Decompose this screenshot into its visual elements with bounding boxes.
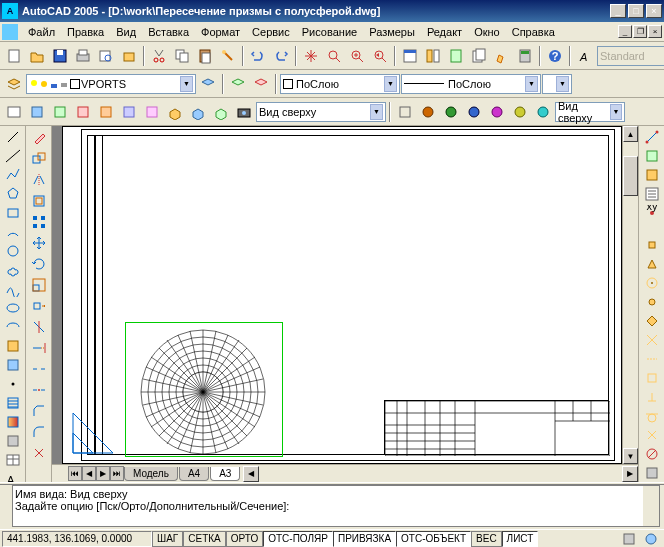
pan-button[interactable] bbox=[300, 45, 322, 67]
tab-last-button[interactable]: ⏭ bbox=[110, 466, 124, 481]
tab-a4[interactable]: A4 bbox=[179, 467, 209, 481]
vertical-scrollbar[interactable]: ▲ ▼ bbox=[622, 126, 638, 464]
paper-toggle[interactable]: ЛИСТ bbox=[502, 531, 539, 547]
shade-hidden-button[interactable] bbox=[440, 101, 462, 123]
hatch-button[interactable] bbox=[2, 394, 24, 412]
table-button[interactable] bbox=[2, 451, 24, 469]
text-style-combo[interactable]: Standard▼ bbox=[597, 46, 664, 66]
camera-button[interactable] bbox=[233, 101, 255, 123]
menu-window[interactable]: Окно bbox=[468, 24, 506, 40]
color-combo[interactable]: ПоСлою ▼ bbox=[280, 74, 400, 94]
osnap-near-button[interactable] bbox=[641, 426, 663, 444]
menu-tools[interactable]: Сервис bbox=[246, 24, 296, 40]
mdi-minimize-button[interactable]: _ bbox=[618, 25, 632, 38]
copy-button[interactable] bbox=[171, 45, 193, 67]
spline-button[interactable] bbox=[2, 280, 24, 298]
status-comm-icon[interactable] bbox=[640, 529, 662, 548]
zoom-realtime-button[interactable] bbox=[323, 45, 345, 67]
ortho-toggle[interactable]: ОРТО bbox=[226, 531, 263, 547]
match-button[interactable] bbox=[217, 45, 239, 67]
new-button[interactable] bbox=[3, 45, 25, 67]
osnap-ins-button[interactable] bbox=[641, 369, 663, 387]
lineweight-combo[interactable]: ▼ bbox=[542, 74, 572, 94]
make-block-button[interactable] bbox=[2, 356, 24, 374]
stretch-button[interactable] bbox=[28, 296, 50, 316]
otrack-toggle[interactable]: ОТС-ОБЪЕКТ bbox=[396, 531, 471, 547]
osnap-none-button[interactable] bbox=[641, 445, 663, 463]
gradient-button[interactable] bbox=[2, 413, 24, 431]
id-button[interactable]: xy bbox=[641, 204, 663, 222]
osnap-midpoint-button[interactable] bbox=[641, 255, 663, 273]
menu-edit[interactable]: Правка bbox=[61, 24, 110, 40]
view-se-iso-button[interactable] bbox=[187, 101, 209, 123]
maximize-button[interactable]: □ bbox=[628, 4, 644, 18]
zoom-window-button[interactable] bbox=[346, 45, 368, 67]
revcloud-button[interactable] bbox=[2, 261, 24, 279]
tab-model[interactable]: Модель bbox=[124, 467, 178, 481]
view-front-button[interactable] bbox=[118, 101, 140, 123]
view-bottom-button[interactable] bbox=[49, 101, 71, 123]
coords-panel[interactable]: 441.1983, 136.1069, 0.0000 bbox=[2, 531, 152, 547]
publish-button[interactable] bbox=[118, 45, 140, 67]
osnap-endpoint-button[interactable] bbox=[641, 236, 663, 254]
xline-button[interactable] bbox=[2, 147, 24, 165]
menu-dimension[interactable]: Размеры bbox=[363, 24, 421, 40]
view-ne-iso-button[interactable] bbox=[210, 101, 232, 123]
command-window[interactable]: Имя вида: Вид сверху Задайте опцию [Пск/… bbox=[12, 485, 660, 527]
osnap-center-button[interactable] bbox=[641, 274, 663, 292]
paste-button[interactable] bbox=[194, 45, 216, 67]
view-name-combo[interactable]: Вид сверху▼ bbox=[256, 102, 386, 122]
minimize-button[interactable]: _ bbox=[610, 4, 626, 18]
cut-button[interactable] bbox=[148, 45, 170, 67]
osnap-settings-button[interactable] bbox=[641, 464, 663, 482]
grid-toggle[interactable]: СЕТКА bbox=[183, 531, 226, 547]
mtext-button[interactable]: A bbox=[2, 470, 24, 482]
textstyle-icon[interactable]: A bbox=[574, 45, 596, 67]
explode-button[interactable] bbox=[28, 443, 50, 463]
list-button[interactable] bbox=[641, 185, 663, 203]
named-views-button[interactable] bbox=[3, 101, 25, 123]
menu-file[interactable]: Файл bbox=[22, 24, 61, 40]
array-button[interactable] bbox=[28, 212, 50, 232]
view-name-combo-right[interactable]: Вид сверху▼ bbox=[555, 102, 625, 122]
rotate-button[interactable] bbox=[28, 254, 50, 274]
view-sw-iso-button[interactable] bbox=[164, 101, 186, 123]
layer-states-button[interactable] bbox=[227, 73, 249, 95]
move-button[interactable] bbox=[28, 233, 50, 253]
osnap-quad-button[interactable] bbox=[641, 312, 663, 330]
undo-button[interactable] bbox=[247, 45, 269, 67]
polygon-button[interactable] bbox=[2, 185, 24, 203]
trim-button[interactable] bbox=[28, 317, 50, 337]
close-button[interactable]: × bbox=[646, 4, 662, 18]
insert-block-button[interactable] bbox=[2, 337, 24, 355]
region-button[interactable] bbox=[2, 432, 24, 450]
status-tray-icon[interactable] bbox=[618, 529, 640, 548]
tab-a3[interactable]: A3 bbox=[210, 467, 240, 481]
scale-button[interactable] bbox=[28, 275, 50, 295]
menu-view[interactable]: Вид bbox=[110, 24, 142, 40]
scroll-down-button[interactable]: ▼ bbox=[623, 448, 638, 464]
tab-prev-button[interactable]: ◀ bbox=[82, 466, 96, 481]
osnap-tan-button[interactable] bbox=[641, 407, 663, 425]
region-mass-button[interactable] bbox=[641, 166, 663, 184]
shade-flat-edge-button[interactable] bbox=[509, 101, 531, 123]
drawing-area[interactable]: ▲ ▼ bbox=[52, 126, 638, 464]
help-button[interactable]: ? bbox=[544, 45, 566, 67]
ellipse-button[interactable] bbox=[2, 299, 24, 317]
menu-insert[interactable]: Вставка bbox=[142, 24, 195, 40]
osnap-toggle[interactable]: ПРИВЯЗКА bbox=[333, 531, 396, 547]
copy-obj-button[interactable] bbox=[28, 149, 50, 169]
rectangle-button[interactable] bbox=[2, 204, 24, 222]
ellipse-arc-button[interactable] bbox=[2, 318, 24, 336]
fillet-button[interactable] bbox=[28, 422, 50, 442]
menu-modify[interactable]: Редакт bbox=[421, 24, 468, 40]
save-button[interactable] bbox=[49, 45, 71, 67]
layer-manager-button[interactable] bbox=[3, 73, 25, 95]
layer-iso-button[interactable] bbox=[250, 73, 272, 95]
view-left-button[interactable] bbox=[72, 101, 94, 123]
design-center-button[interactable] bbox=[422, 45, 444, 67]
lwt-toggle[interactable]: ВЕС bbox=[471, 531, 502, 547]
shade-2d-button[interactable] bbox=[394, 101, 416, 123]
tool-palettes-button[interactable] bbox=[445, 45, 467, 67]
view-top-button[interactable] bbox=[26, 101, 48, 123]
